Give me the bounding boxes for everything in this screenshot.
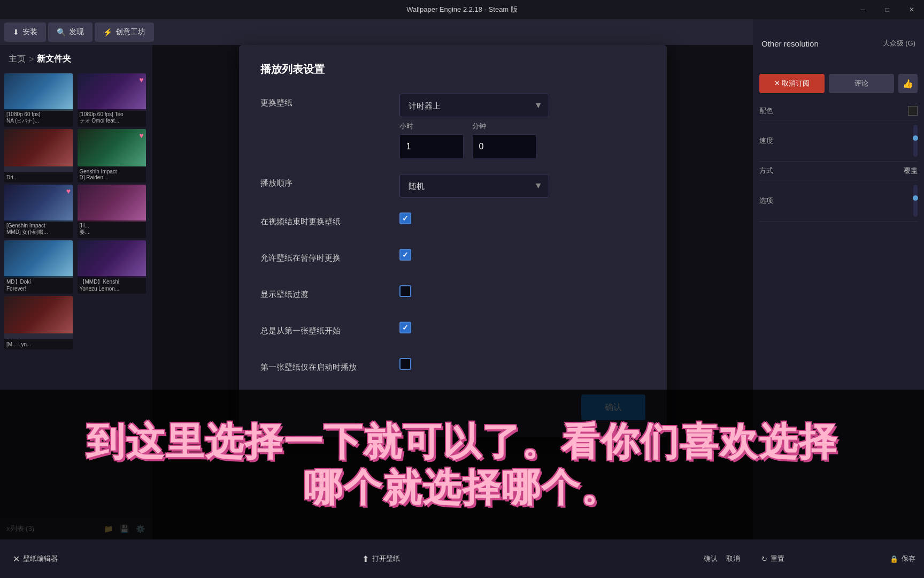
first-only-startup-control: ✓ <box>399 358 645 370</box>
color-swatch[interactable] <box>908 106 918 116</box>
play-order-control: 随机 顺序 循环 ▼ <box>399 174 645 197</box>
cancel-label: 取消 <box>726 554 740 564</box>
subtitle-overlay: 到这里选择一下就可以了。看你们喜欢选择 哪个就选择哪个。 <box>0 390 924 539</box>
wallpaper-grid: [1080p 60 fps]NA (ヒバナ)... ♥ [1080p 60 fp… <box>0 69 152 354</box>
play-order-select[interactable]: 随机 顺序 循环 <box>399 174 549 197</box>
options-slider-thumb <box>913 195 918 201</box>
wallpaper-item[interactable]: MD】DokiForever! <box>4 240 73 294</box>
hours-group: 小时 <box>399 121 464 159</box>
start-first-row: 总是从第一张壁纸开始 ✓ <box>260 322 645 343</box>
settings-mode-label: 方式 <box>759 166 773 176</box>
audience-label: 大众级 (G) <box>883 39 915 48</box>
options-slider[interactable] <box>913 185 918 217</box>
wallpaper-item[interactable]: [H...要... <box>78 185 146 238</box>
editor-icon: ✕ <box>13 554 20 564</box>
wp-heart-icon: ♥ <box>139 131 143 140</box>
creative-nav-button[interactable]: ⚡ 创意工坊 <box>95 22 154 42</box>
bottom-confirm-button[interactable]: 确认 <box>704 554 718 564</box>
wallpaper-item[interactable]: 【MMD】KenshiYonezu Lemon... <box>78 240 146 294</box>
resolution-label: Other resolution <box>761 39 819 48</box>
minutes-label: 分钟 <box>472 121 536 131</box>
wp-thumbnail <box>4 185 73 222</box>
review-button[interactable]: 评论 <box>829 74 894 93</box>
wallpaper-item[interactable]: ♥ Genshin ImpactD] Raiden... <box>78 129 146 182</box>
breadcrumb-separator: > <box>29 55 34 64</box>
allow-pause-row: 允许壁纸在暂停时更换 ✓ <box>260 249 645 270</box>
show-transition-checkbox[interactable]: ✓ <box>399 285 411 297</box>
settings-speed-label: 速度 <box>759 136 773 146</box>
settings-row-mode: 方式 覆盖 <box>759 162 918 180</box>
bottom-cancel-button[interactable]: 取消 <box>726 554 740 564</box>
close-button[interactable]: ✕ <box>899 0 924 19</box>
app-title: Wallpaper Engine 2.2.18 - Steam 版 <box>406 5 518 14</box>
playlist-settings-dialog: 播放列表设置 更换壁纸 计时器上 手动 随机 ▼ 小时 <box>239 45 667 437</box>
discover-nav-button[interactable]: 🔍 发现 <box>48 22 93 42</box>
install-nav-button[interactable]: ⬇ 安装 <box>4 22 46 42</box>
show-transition-row: 显示壁纸过渡 ✓ <box>260 285 645 307</box>
speed-slider[interactable] <box>913 125 918 157</box>
wallpaper-item[interactable]: Dri... <box>4 129 73 182</box>
bottom-center-buttons: ⬆ 打开壁纸 <box>362 554 400 564</box>
wp-label: [Genshin ImpactMMD] 女仆到哦... <box>4 220 73 238</box>
minimize-button[interactable]: ─ <box>850 0 875 19</box>
hours-input[interactable] <box>399 134 464 159</box>
reload-button[interactable]: ↻ 重置 <box>761 554 784 564</box>
wallpaper-change-select[interactable]: 计时器上 手动 随机 <box>399 94 549 117</box>
discover-label: 发现 <box>69 27 84 37</box>
settings-mode-value: 覆盖 <box>904 166 918 176</box>
play-order-label: 播放顺序 <box>260 174 399 188</box>
wp-thumbnail <box>78 240 146 278</box>
hours-label: 小时 <box>399 121 464 131</box>
settings-row-color: 配色 <box>759 102 918 120</box>
wp-label: Dri... <box>4 172 73 182</box>
wp-label: 【MMD】KenshiYonezu Lemon... <box>78 276 146 294</box>
minutes-input[interactable] <box>472 134 536 159</box>
open-icon: ⬆ <box>362 554 369 564</box>
wallpaper-item[interactable]: [M... Lyn... <box>4 296 73 349</box>
reload-label: 重置 <box>771 554 784 564</box>
on-video-end-checkbox[interactable]: ✓ <box>399 212 411 224</box>
breadcrumb: 主页 > 新文件夹 <box>0 45 152 69</box>
first-only-startup-checkbox[interactable]: ✓ <box>399 358 411 370</box>
wp-label: [1080p 60 fps] Teoテオ Omoi feat... <box>78 109 146 127</box>
first-only-startup-row: 第一张壁纸仅在启动时播放 ✓ <box>260 358 645 379</box>
unsubscribe-button[interactable]: ✕ 取消订阅 <box>759 74 825 93</box>
allow-pause-checkbox[interactable]: ✓ <box>399 249 411 261</box>
wp-thumbnail <box>78 185 146 222</box>
save-label: 保存 <box>902 554 915 564</box>
global-bottom-bar: ✕ 壁纸编辑器 ⬆ 打开壁纸 确认 取消 <box>0 539 753 578</box>
thumbs-up-button[interactable]: 👍 <box>898 74 918 93</box>
show-transition-control: ✓ <box>399 285 645 297</box>
install-label: 安装 <box>22 27 37 37</box>
title-bar-buttons: ─ □ ✕ <box>850 0 924 19</box>
minutes-group: 分钟 <box>472 121 536 159</box>
wallpaper-item[interactable]: ♥ [1080p 60 fps] Teoテオ Omoi feat... <box>78 73 146 127</box>
start-first-checkbox[interactable]: ✓ <box>399 322 411 333</box>
allow-pause-label: 允许壁纸在暂停时更换 <box>260 249 399 263</box>
first-only-startup-label: 第一张壁纸仅在启动时播放 <box>260 358 399 372</box>
save-button[interactable]: 🔒 保存 <box>890 554 915 564</box>
wp-label: Genshin ImpactD] Raiden... <box>78 166 146 182</box>
maximize-button[interactable]: □ <box>875 0 899 19</box>
breadcrumb-home[interactable]: 主页 <box>9 54 26 65</box>
open-wallpaper-button[interactable]: ⬆ 打开壁纸 <box>362 554 400 564</box>
settings-options-label: 选项 <box>759 196 773 206</box>
checkmark-icon: ✓ <box>402 323 409 332</box>
subtitle-line1: 到这里选择一下就可以了。看你们喜欢选择 <box>86 419 838 465</box>
wp-thumbnail <box>78 73 146 111</box>
wallpaper-change-control: 计时器上 手动 随机 ▼ 小时 分钟 <box>399 94 645 159</box>
action-buttons: ✕ 取消订阅 评论 👍 <box>759 74 918 93</box>
wp-label: [M... Lyn... <box>4 339 73 349</box>
wallpaper-change-label: 更换壁纸 <box>260 94 399 108</box>
wallpaper-item[interactable]: [1080p 60 fps]NA (ヒバナ)... <box>4 73 73 127</box>
open-label: 打开壁纸 <box>372 554 400 564</box>
speed-slider-thumb <box>913 135 918 141</box>
wallpaper-item[interactable]: ♥ [Genshin ImpactMMD] 女仆到哦... <box>4 185 73 238</box>
wp-thumbnail <box>4 73 73 111</box>
right-top-bar: Other resolution 大众级 (G) <box>753 19 924 67</box>
start-first-label: 总是从第一张壁纸开始 <box>260 322 399 336</box>
wallpaper-editor-button[interactable]: ✕ 壁纸编辑器 <box>13 554 58 564</box>
creative-label: 创意工坊 <box>116 27 145 37</box>
on-video-end-control: ✓ <box>399 212 645 224</box>
wallpaper-change-row: 更换壁纸 计时器上 手动 随机 ▼ 小时 分钟 <box>260 94 645 159</box>
